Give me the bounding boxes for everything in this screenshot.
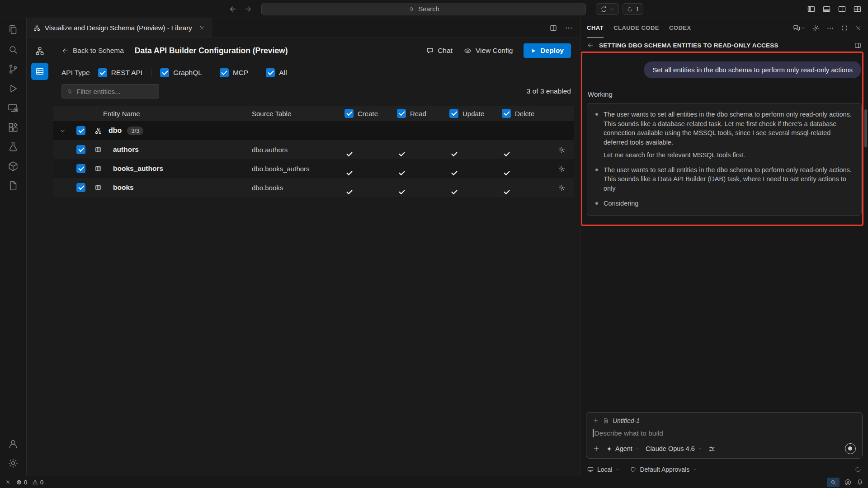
close-panel-icon[interactable] [855,25,862,32]
toggle-panel-icon[interactable] [822,5,831,14]
api-option-rest[interactable]: REST API [98,68,143,77]
editor-tab[interactable]: Visualize and Design Schema (Preview) - … [27,18,212,38]
tools-sliders-icon[interactable] [708,445,716,453]
warning-count: 0 [40,479,44,486]
row-settings-gear-icon[interactable] [552,165,574,173]
forward-arrow-icon[interactable] [244,5,252,13]
graphql-checkbox[interactable] [160,68,169,77]
deploy-play-icon [531,48,537,54]
file-icon [603,418,609,424]
notifications-bell-icon[interactable] [856,479,863,486]
chevron-down-icon[interactable] [53,127,71,134]
environment-selector[interactable]: Local [587,466,620,473]
row-settings-gear-icon[interactable] [552,146,574,154]
open-to-side-icon[interactable] [854,42,862,49]
panel-scrollbar[interactable] [864,109,867,147]
new-chat-dropdown-icon[interactable] [793,24,805,32]
entity-rows: authors dbo.authors books_authors dbo. [53,140,574,197]
tab-chat[interactable]: CHAT [587,18,604,38]
send-button[interactable] [845,443,856,454]
api-option-graphql[interactable]: GraphQL [160,68,202,77]
remote-indicator[interactable] [5,479,12,486]
chat-input-box[interactable]: Untitled-1 Describe what to build Agent … [586,412,863,459]
table-row-books[interactable]: books dbo.books [53,178,574,197]
tab-codex[interactable]: CODEX [669,18,691,38]
filter-entities-field[interactable] [61,84,159,99]
chat-settings-gear-icon[interactable] [812,24,820,32]
database-projects-icon[interactable] [7,160,19,173]
back-to-schema-link[interactable]: Back to Schema [61,47,124,55]
copilot-sessions-button[interactable] [596,3,619,15]
page-title: Data API Builder Configuration (Preview) [135,46,288,56]
zoom-indicator[interactable] [827,478,840,487]
filter-entities-input[interactable] [76,88,166,95]
read-all-checkbox[interactable] [397,109,406,118]
run-debug-icon[interactable] [7,82,19,95]
update-all-checkbox[interactable] [449,109,458,118]
schema-checkbox[interactable] [76,126,85,135]
copilot-status-icon[interactable] [844,479,852,486]
view-config-button[interactable]: View Config [463,47,513,55]
schema-name: dbo [108,127,122,135]
source-control-icon[interactable] [7,63,19,75]
sql-server-disconnected-icon[interactable] [7,102,19,114]
customize-layout-icon[interactable] [853,5,862,14]
add-context-icon[interactable] [593,418,599,424]
command-center-search[interactable]: Search [261,3,586,15]
mcp-checkbox[interactable] [220,68,229,77]
file-page-icon[interactable] [7,179,19,192]
thinking-item: The user wants to set all entities in th… [595,110,853,160]
session-back-icon[interactable] [587,42,594,49]
api-builder-button[interactable] [31,63,48,80]
delete-all-checkbox[interactable] [502,109,511,118]
rest-api-checkbox[interactable] [98,68,107,77]
tab-claude-code[interactable]: CLAUDE CODE [613,18,659,38]
chat-panel: CHAT CLAUDE CODE CODEX SETTING DBO SCHEM… [580,18,868,476]
back-arrow-icon[interactable] [229,5,237,13]
context-row: Untitled-1 [593,417,856,424]
split-editor-icon[interactable] [549,24,557,32]
schema-group-row[interactable]: dbo3/3 [53,121,574,140]
chat-session-header: SETTING DBO SCHEMA ENTITIES TO READ-ONLY… [580,38,868,52]
row-checkbox[interactable] [76,145,85,154]
search-icon [66,88,73,94]
toggle-secondary-sidebar-icon[interactable] [838,5,846,14]
api-option-all[interactable]: All [266,68,287,77]
attach-plus-icon[interactable] [593,445,600,452]
chat-more-icon[interactable] [826,24,834,32]
toggle-primary-sidebar-icon[interactable] [807,5,816,14]
test-beaker-icon[interactable] [7,141,19,153]
schema-visualize-button[interactable] [31,42,48,60]
search-sidebar-icon[interactable] [7,43,19,56]
error-count: 0 [24,479,28,486]
working-status: Working [588,90,868,98]
approvals-selector[interactable]: Default Approvals [630,466,697,473]
row-checkbox[interactable] [76,183,85,192]
row-checkbox[interactable] [76,164,85,173]
model-selector[interactable]: Claude Opus 4.6 [646,445,702,452]
api-option-mcp[interactable]: MCP [220,68,248,77]
all-checkbox[interactable] [266,68,275,77]
context-file-chip[interactable]: Untitled-1 [613,417,640,424]
input-toolbar: Agent Claude Opus 4.6 [593,443,856,454]
create-all-checkbox[interactable] [344,109,354,118]
maximize-panel-icon[interactable] [841,24,848,32]
row-settings-gear-icon[interactable] [552,184,574,192]
chat-button[interactable]: Chat [426,47,453,55]
deploy-button[interactable]: Deploy [524,43,571,58]
table-row-books-authors[interactable]: books_authors dbo.books_authors [53,159,574,178]
problems-indicator[interactable]: ⊗ 0 ⚠ 0 [16,479,43,486]
accounts-icon[interactable] [7,437,19,450]
mode-selector[interactable]: Agent [606,445,640,452]
prompt-input[interactable]: Describe what to build [593,429,856,437]
explorer-icon[interactable] [7,24,19,37]
settings-gear-icon[interactable] [7,457,19,469]
table-row-authors[interactable]: authors dbo.authors [53,140,574,159]
tab-close-icon[interactable] [199,25,205,31]
copilot-sessions-icon [600,5,608,13]
designer-mini-bar [31,42,48,80]
background-session-badge[interactable]: 1 [623,3,643,15]
more-actions-icon[interactable] [565,24,573,32]
extensions-icon[interactable] [7,121,19,134]
chat-panel-tabs: CHAT CLAUDE CODE CODEX [580,18,868,38]
